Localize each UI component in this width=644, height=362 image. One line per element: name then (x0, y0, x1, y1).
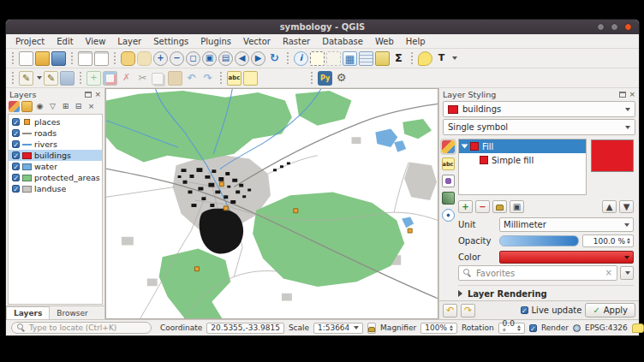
tab-browser[interactable]: Browser (50, 306, 94, 319)
pan-to-selection-icon[interactable] (137, 51, 152, 66)
menu-edit[interactable]: Edit (51, 36, 79, 47)
duplicate-symbol-layer-button[interactable]: ▣ (510, 200, 524, 213)
collapse-arrow-icon[interactable] (458, 290, 462, 297)
layer-checkbox[interactable]: ✓ (12, 174, 20, 181)
layer-row-water[interactable]: ✓ water (9, 161, 102, 172)
cut-features-icon[interactable]: ✂ (135, 71, 150, 86)
undock-panel-icon[interactable] (85, 92, 92, 98)
pan-map-icon[interactable] (121, 51, 135, 66)
symbol-tree-fill-row[interactable]: Fill (459, 139, 586, 153)
opacity-slider[interactable] (499, 235, 579, 246)
spin-down-icon[interactable] (450, 329, 453, 331)
layer-checkbox[interactable]: ✓ (12, 151, 20, 159)
spin-arrows[interactable] (517, 325, 521, 331)
layer-row-places[interactable]: ✓ places (9, 116, 102, 128)
undock-panel-icon[interactable] (619, 92, 626, 98)
magnifier-spinbox[interactable]: 100% (420, 323, 457, 334)
layer-rendering-section[interactable]: Layer Rendering (458, 285, 634, 301)
map-canvas[interactable] (105, 88, 438, 319)
maximize-button[interactable] (611, 23, 618, 31)
delete-selected-icon[interactable]: ✗ (119, 71, 134, 86)
spin-down-icon[interactable] (517, 329, 521, 331)
color-dropdown-arrow[interactable] (624, 256, 629, 259)
add-group-icon[interactable] (21, 101, 33, 112)
layer-checkbox[interactable]: ✓ (12, 163, 20, 170)
annotation-dropdown-arrow[interactable] (452, 56, 457, 60)
current-edits-dropdown-arrow[interactable] (37, 76, 42, 80)
layer-diagram-icon[interactable] (243, 71, 258, 86)
scale-select[interactable]: 1:53664 (313, 323, 363, 334)
add-symbol-layer-button[interactable]: + (458, 200, 473, 213)
close-panel-icon[interactable]: × (94, 91, 101, 98)
apply-button[interactable]: ✓ Apply (585, 303, 635, 317)
expand-all-icon[interactable]: ⊞ (60, 101, 71, 112)
zoom-next-icon[interactable]: ▶ (251, 51, 265, 66)
select-features-icon[interactable] (310, 51, 325, 66)
color-button[interactable] (499, 251, 634, 264)
toolbar-handle[interactable] (12, 52, 14, 64)
toolbar-handle[interactable] (12, 72, 14, 84)
new-project-icon[interactable] (19, 51, 33, 66)
menu-view[interactable]: View (80, 36, 112, 47)
spin-down-icon[interactable] (627, 241, 630, 244)
live-update-checkbox[interactable]: ✓ (521, 306, 528, 314)
toolbar-handle[interactable] (114, 52, 116, 64)
measure-icon[interactable] (375, 51, 390, 66)
text-annotation-icon[interactable]: T (434, 51, 449, 66)
unit-select[interactable]: Millimeter (499, 217, 634, 232)
copy-features-icon[interactable] (152, 73, 164, 85)
toolbar-handle[interactable] (71, 52, 73, 64)
symbol-type-select[interactable]: Single symbol (443, 119, 635, 135)
3d-view-tab-icon[interactable] (442, 192, 455, 205)
log-messages-icon[interactable] (418, 51, 432, 66)
move-symbol-up-button[interactable]: ▲ (602, 200, 617, 213)
zoom-to-selection-icon[interactable]: ▣ (202, 51, 217, 66)
manage-map-themes-icon[interactable]: ◉ (34, 101, 45, 112)
opacity-spinbox[interactable]: 100.0 % (582, 234, 634, 247)
menu-database[interactable]: Database (316, 36, 369, 47)
style-redo-button[interactable]: ↷ (461, 304, 475, 317)
menu-project[interactable]: Project (9, 36, 51, 47)
layer-row-landuse[interactable]: ✓ landuse (9, 183, 102, 194)
zoom-out-icon[interactable]: − (170, 51, 184, 66)
rotation-spinbox[interactable]: 0.0 ° (498, 323, 525, 334)
minimize-button[interactable] (597, 23, 605, 31)
layer-checkbox[interactable]: ✓ (12, 118, 20, 126)
favorites-search[interactable]: Favorites × (458, 265, 617, 281)
toolbar-handle[interactable] (411, 52, 413, 64)
open-layer-styling-icon[interactable] (9, 101, 20, 112)
filter-legend-icon[interactable]: ▽ (47, 101, 58, 112)
vertex-tool-icon[interactable] (103, 71, 117, 86)
labels-tab-icon[interactable]: abc (442, 157, 455, 170)
layer-row-protected-areas[interactable]: ✓ protected_areas (9, 172, 102, 183)
layer-checkbox[interactable]: ✓ (12, 140, 20, 148)
processing-toolbox-icon[interactable]: ⚙ (334, 71, 349, 86)
tree-expander-icon[interactable] (462, 145, 468, 149)
field-calculator-icon[interactable] (359, 51, 373, 66)
menu-web[interactable]: Web (369, 36, 400, 47)
paste-features-icon[interactable] (168, 71, 182, 86)
layer-row-buildings[interactable]: ✓ buildings (9, 150, 102, 161)
zoom-in-icon[interactable]: + (153, 51, 168, 66)
remove-layer-icon[interactable]: × (86, 101, 97, 112)
tab-layers[interactable]: Layers (6, 306, 50, 319)
toggle-editing-icon[interactable]: ✎ (44, 71, 58, 86)
layout-manager-icon[interactable] (94, 51, 109, 66)
menu-layer[interactable]: Layer (111, 36, 147, 47)
identify-features-icon[interactable]: i (294, 51, 308, 66)
mask-tab-icon[interactable] (442, 175, 455, 187)
refresh-map-icon[interactable]: ↻ (267, 51, 282, 66)
layer-checkbox[interactable]: ✓ (12, 129, 20, 137)
history-tab-icon[interactable] (442, 209, 455, 222)
close-button[interactable] (624, 23, 632, 31)
symbol-tree-simple-fill-row[interactable]: Simple fill (459, 153, 586, 167)
clear-search-icon[interactable]: × (605, 269, 612, 277)
style-undo-button[interactable]: ↶ (443, 304, 457, 317)
statistical-summary-icon[interactable]: Σ (391, 51, 406, 66)
collapse-all-icon[interactable]: ⊟ (73, 101, 84, 112)
zoom-to-layer-icon[interactable]: ▤ (218, 51, 233, 66)
zoom-full-icon[interactable]: ◻ (186, 51, 200, 66)
undo-icon[interactable]: ↶ (184, 71, 199, 86)
lock-scale-button[interactable] (367, 323, 376, 334)
spin-up-icon[interactable] (450, 325, 453, 328)
